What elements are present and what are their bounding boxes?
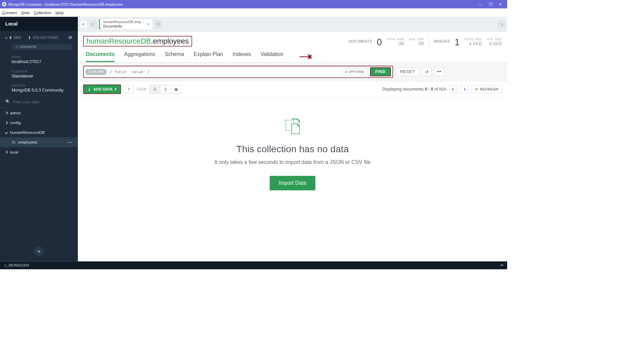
- page-next-button[interactable]: [461, 85, 469, 93]
- tab-active[interactable]: humanResourceDB.emp… Documents ✕: [99, 19, 152, 30]
- tab-explain-plan[interactable]: Explain Plan: [194, 51, 223, 62]
- tabstrip: humanResourceDB.emp… Documents ✕ +: [78, 17, 507, 32]
- favorite-button[interactable]: ☆ FAVORITE: [12, 44, 73, 50]
- content-area: humanResourceDB.emp… Documents ✕ + human…: [78, 17, 507, 261]
- download-icon: ⭳: [88, 87, 91, 92]
- refresh-icon: ⟳: [475, 87, 478, 92]
- tab-history-back-button[interactable]: [80, 20, 88, 28]
- annotation-arrow-icon: [296, 53, 311, 61]
- indexes-label: INDEXES: [434, 39, 450, 43]
- filter-query-input[interactable]: [109, 70, 339, 74]
- app-logo-icon: [2, 2, 6, 6]
- dbs-count: 3: [9, 36, 11, 40]
- cluster-value: Standalone: [12, 74, 66, 78]
- sidebar-item-employees[interactable]: 🗀 employees •••: [0, 137, 78, 147]
- edition-label: EDITION: [12, 84, 66, 88]
- history-icon[interactable]: ↺: [422, 67, 431, 76]
- minimize-icon[interactable]: —: [479, 2, 483, 6]
- empty-subtitle: It only takes a few seconds to import da…: [215, 159, 371, 165]
- host-value: localhost:27017: [12, 59, 66, 64]
- chevron-right-icon: [5, 151, 8, 154]
- empty-state: This collection has no data It only take…: [78, 98, 507, 262]
- chevron-down-icon: [5, 131, 8, 134]
- menu-view[interactable]: View: [21, 10, 30, 15]
- add-tab-button[interactable]: +: [155, 20, 162, 28]
- tab-next-button[interactable]: [498, 20, 505, 28]
- tab-close-icon[interactable]: ✕: [147, 22, 150, 26]
- edition-value: MongoDB 5.0.3 Community: [12, 88, 66, 93]
- add-database-button[interactable]: +: [34, 247, 44, 256]
- reset-button[interactable]: RESET: [396, 68, 420, 76]
- view-mode-group: ☰ {} ▦: [150, 85, 181, 94]
- view-json-button[interactable]: {}: [160, 85, 171, 94]
- sidebar-item-local[interactable]: local: [0, 147, 78, 157]
- filter-chip: ⓘFILTER: [85, 69, 107, 75]
- filter-bar: ⓘFILTER ▸OPTIONS FIND RESET ↺ •••: [78, 62, 507, 81]
- chevron-down-icon[interactable]: [5, 36, 8, 39]
- chevron-right-icon: [5, 121, 8, 124]
- refresh-icon[interactable]: ⟳: [68, 35, 72, 40]
- namespace-title: humanResourceDB.employees: [83, 36, 192, 47]
- documents-label: DOCUMENTS: [349, 39, 372, 43]
- menu-collection[interactable]: Collection: [34, 10, 51, 15]
- more-options-icon[interactable]: •••: [434, 68, 444, 76]
- mongosh-bar[interactable]: >_MONGOSH: [0, 262, 507, 270]
- documents-icon: [284, 119, 301, 135]
- star-icon: ☆: [15, 45, 18, 49]
- sidebar-item-admin[interactable]: admin: [0, 108, 78, 118]
- sidebar-item-humanresourcedb[interactable]: humanResourceDB: [0, 127, 78, 137]
- collections-label: COLLECTIONS: [33, 36, 58, 40]
- more-icon[interactable]: •••: [67, 140, 72, 144]
- refresh-button[interactable]: ⟳REFRESH: [472, 85, 502, 93]
- menu-help[interactable]: Help: [55, 10, 63, 15]
- export-button[interactable]: ⭱: [124, 85, 133, 94]
- upload-icon: ⭱: [127, 87, 131, 92]
- connection-name: Local: [0, 17, 78, 31]
- tab-prev-button[interactable]: [90, 20, 97, 28]
- view-table-button[interactable]: ▦: [171, 85, 181, 94]
- close-icon[interactable]: ✕: [499, 2, 502, 6]
- sidebar: Local 3 DBS 1 COLLECTIONS ⟳ ☆ FAVORITE H…: [0, 17, 78, 261]
- add-data-button[interactable]: ⭳ ADD DATA ▾: [83, 84, 121, 94]
- tab-indexes[interactable]: Indexes: [232, 51, 251, 62]
- documents-count-text: Displaying documents 0 - 0 of N/A: [382, 87, 446, 92]
- chevron-right-icon: [5, 111, 8, 114]
- maximize-icon[interactable]: ❐: [489, 2, 492, 6]
- caret-down-icon: ▾: [115, 87, 117, 92]
- documents-toolbar: ⭳ ADD DATA ▾ ⭱ VIEW ☰ {} ▦ Displaying do…: [78, 81, 507, 98]
- options-button[interactable]: ▸OPTIONS: [342, 68, 367, 75]
- documents-count: 0: [377, 38, 382, 47]
- app-menubar: Connect View Collection Help: [0, 8, 507, 17]
- cluster-label: CLUSTER: [12, 69, 66, 73]
- caret-right-icon: ▸: [345, 70, 347, 74]
- view-list-button[interactable]: ☰: [150, 85, 161, 94]
- host-label: HOST: [12, 55, 66, 59]
- find-button[interactable]: FIND: [370, 67, 391, 76]
- tab-aggregations[interactable]: Aggregations: [124, 51, 155, 62]
- folder-icon: 🗀: [12, 140, 16, 144]
- collections-count: 1: [29, 36, 31, 40]
- dbs-label: DBS: [14, 36, 21, 40]
- window-titlebar: MongoDB Compass - localhost:27017/humanR…: [0, 0, 507, 8]
- view-label: VIEW: [137, 87, 147, 91]
- filter-input[interactable]: [13, 99, 73, 104]
- page-prev-button[interactable]: [449, 85, 458, 93]
- menu-connect[interactable]: Connect: [2, 10, 17, 15]
- import-data-button[interactable]: Import Data: [270, 176, 315, 190]
- tab-schema[interactable]: Schema: [165, 51, 184, 62]
- sidebar-item-config[interactable]: config: [0, 118, 78, 127]
- indexes-count: 1: [454, 38, 460, 47]
- chevron-up-icon: [501, 263, 503, 268]
- search-icon: 🔍: [5, 99, 10, 104]
- collection-tabs: Documents Aggregations Schema Explain Pl…: [78, 48, 507, 62]
- window-title: MongoDB Compass - localhost:27017/humanR…: [8, 2, 479, 6]
- tab-documents[interactable]: Documents: [86, 51, 115, 62]
- info-icon: ⓘ: [89, 70, 92, 74]
- tab-validation[interactable]: Validation: [261, 51, 283, 62]
- empty-title: This collection has no data: [236, 144, 349, 155]
